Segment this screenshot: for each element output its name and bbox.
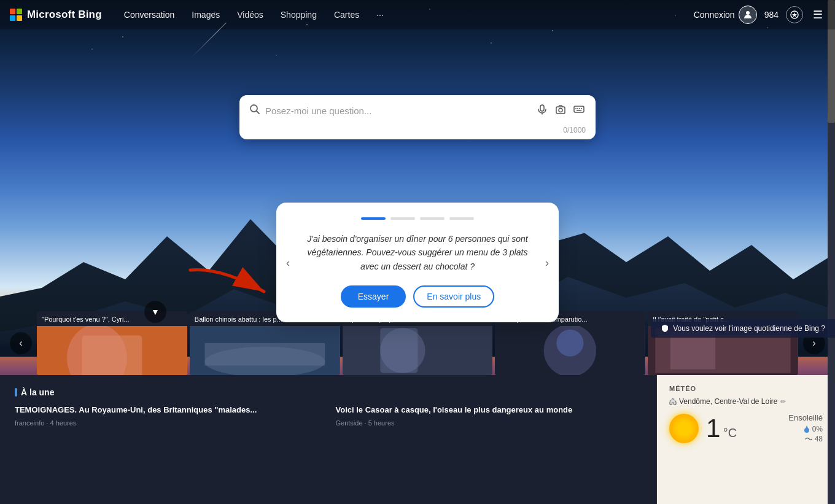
nav-right: Connexion 984 ☰ [694,6,825,24]
dot-1 [361,217,386,220]
search-container: 0/1000 [239,95,596,139]
nav-link-videos[interactable]: Vidéos [230,7,271,22]
bottom-section: À la une TEMOIGNAGES. Au Royaume-Uni, de… [0,375,835,504]
wind-icon [805,436,812,442]
carousel-prev-button[interactable]: ‹ [10,332,32,354]
weather-header: MÉTÉO [669,385,823,392]
shield-icon [661,324,669,333]
logo-text: Microsoft Bing [27,9,102,21]
news-item-image-4 [495,326,645,375]
news-item-image-3 [343,326,493,375]
svg-rect-20 [204,343,325,366]
weather-location: Vendôme, Centre-Val de Loire ✏ [669,397,823,406]
news-story-1[interactable]: TEMOIGNAGES. Au Royaume-Uni, des Britann… [15,405,321,427]
suggestion-text: J'ai besoin d'organiser un dîner pour 6 … [301,232,534,273]
camera-icon[interactable] [554,103,567,118]
news-item-image-1 [37,326,187,375]
nav-link-cartes[interactable]: Cartes [327,7,367,22]
logo-square-blue [10,15,15,21]
weather-condition: Ensoleillé [788,413,823,422]
daily-image-text: Vous voulez voir l'image quotidienne de … [673,324,825,333]
svg-rect-8 [574,106,584,112]
news-section: À la une TEMOIGNAGES. Au Royaume-Uni, de… [0,375,657,504]
dots-indicator [301,217,534,220]
news-story-title-1: TEMOIGNAGES. Au Royaume-Uni, des Britann… [15,405,321,416]
card-next-button[interactable]: › [540,251,554,274]
news-story-source-2: Gentside · 5 heures [336,419,642,427]
svg-rect-23 [380,328,418,373]
news-section-title: À la une [15,387,642,397]
weather-section: MÉTÉO Vendôme, Centre-Val de Loire ✏ 1 °… [657,375,835,504]
nav-links: Conversation Images Vidéos Shopping Cart… [117,7,694,22]
weather-stats: 0% 48 [788,425,823,443]
logo-square-red [10,9,15,14]
svg-point-26 [557,330,584,357]
scrollbar[interactable] [828,0,835,504]
reward-icon[interactable] [786,6,803,23]
keyboard-icon[interactable] [572,103,586,118]
weather-wind: 48 [788,435,823,443]
mic-icon[interactable] [535,103,549,118]
nav-link-conversation[interactable]: Conversation [117,7,182,22]
svg-point-7 [559,109,562,112]
weather-main: 1 °C Ensoleillé 0% 48 [669,413,823,443]
svg-rect-6 [556,107,565,114]
svg-point-0 [746,11,750,15]
search-icon [249,104,260,118]
menu-icon[interactable]: ☰ [810,6,825,24]
microsoft-logo [10,9,22,21]
news-item-1[interactable]: "Pourquoi t'es venu ?", Cyri... [37,311,187,375]
search-tools [535,103,586,118]
try-button[interactable]: Essayer [341,285,406,308]
search-box: 0/1000 [239,95,596,139]
dot-4 [449,217,474,220]
weather-edit-icon[interactable]: ✏ [780,398,786,406]
nav-link-images[interactable]: Images [184,7,227,22]
navbar: Microsoft Bing Conversation Images Vidéo… [0,0,835,29]
nav-link-more[interactable]: ··· [369,7,391,22]
weather-location-text: Vendôme, Centre-Val de Loire [679,397,778,406]
weather-right: Ensoleillé 0% 48 [788,413,823,443]
logo-square-yellow [17,15,22,21]
news-story-source-1: franceinfo · 4 heures [15,419,321,427]
rain-icon [804,425,810,433]
logo-square-green [17,9,22,14]
avatar [739,6,757,24]
suggestion-card: ‹ J'ai besoin d'organiser un dîner pour … [276,203,559,322]
news-story-2[interactable]: Voici le Casoar à casque, l'oiseau le pl… [336,405,642,427]
card-prev-button[interactable]: ‹ [281,251,295,274]
news-story-title-2: Voici le Casoar à casque, l'oiseau le pl… [336,405,642,416]
connexion-button[interactable]: Connexion [694,6,757,24]
scroll-down-button[interactable]: ▼ [144,301,166,323]
nav-link-shopping[interactable]: Shopping [273,7,324,22]
weather-unit: °C [723,426,737,440]
dot-3 [420,217,445,220]
search-input[interactable] [265,106,530,116]
connexion-label: Connexion [694,10,735,20]
points-badge: 984 [764,10,779,20]
search-counter: 0/1000 [249,123,586,134]
learn-more-button[interactable]: En savoir plus [413,285,494,308]
svg-rect-17 [82,336,142,375]
home-icon [669,398,677,405]
news-item-image-2 [190,326,340,375]
weather-temp-display: 1 °C [706,416,737,441]
weather-temperature: 1 [706,414,720,443]
logo-area[interactable]: Microsoft Bing [10,9,102,21]
svg-marker-31 [805,425,809,430]
news-list: TEMOIGNAGES. Au Royaume-Uni, des Britann… [15,405,642,427]
suggestion-buttons: Essayer En savoir plus [301,285,534,308]
daily-image-banner[interactable]: Vous voulez voir l'image quotidienne de … [651,319,835,338]
sun-icon [669,414,699,443]
dot-2 [390,217,415,220]
svg-rect-4 [540,105,544,111]
search-input-row [249,103,586,118]
svg-line-3 [257,110,260,114]
weather-rain: 0% [788,425,823,433]
